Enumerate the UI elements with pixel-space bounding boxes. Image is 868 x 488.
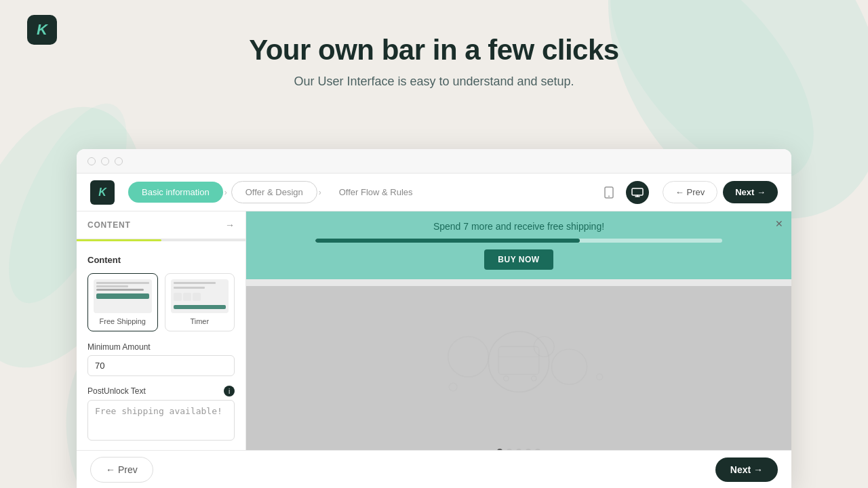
preview-bar: Spend 7 more and receive free shipping! …: [246, 211, 791, 279]
step-offer-flow[interactable]: Offer Flow & Rules: [326, 182, 427, 203]
bottom-bar: ← Prev Next →: [77, 450, 791, 488]
svg-point-16: [532, 376, 536, 381]
prev-button-bottom[interactable]: ← Prev: [90, 457, 153, 483]
content-cards: Free Shipping: [87, 273, 235, 331]
prev-button-top[interactable]: ← Prev: [663, 181, 717, 203]
bar-message: Spend 7 more and receive free shipping!: [433, 221, 604, 232]
mobile-device-btn[interactable]: [597, 181, 620, 204]
buy-now-button[interactable]: BUY NOW: [484, 249, 553, 270]
left-panel: CONTENT → Content: [77, 211, 246, 488]
svg-point-15: [504, 376, 509, 381]
nav-bar: K Basic information › Offer & Design › O…: [77, 174, 791, 211]
preview-close-btn[interactable]: ✕: [772, 217, 786, 230]
hero-title: Your own bar in a few clicks: [0, 34, 868, 66]
timer-preview: [171, 279, 229, 313]
nav-logo: K: [90, 180, 115, 205]
svg-point-13: [597, 374, 603, 380]
chrome-dot-2: [101, 157, 109, 165]
next-button-top[interactable]: Next →: [723, 181, 778, 203]
window-chrome: [77, 149, 791, 174]
panel-header: CONTENT →: [77, 211, 245, 239]
step-arrow-1: ›: [224, 188, 227, 197]
min-amount-label: Minimum Amount: [87, 342, 151, 352]
svg-rect-7: [632, 188, 643, 195]
main-content: CONTENT → Content: [77, 211, 791, 488]
panel-header-arrow: →: [225, 220, 235, 230]
svg-point-12: [449, 383, 457, 391]
post-unlock-label: PostUnlock Text: [87, 386, 146, 396]
nav-buttons: ← Prev Next →: [663, 181, 778, 203]
hero-subtitle: Our User Interface is easy to understand…: [0, 75, 868, 89]
progress-line: [77, 239, 245, 241]
bar-progress-fill: [315, 239, 580, 243]
app-window: K Basic information › Offer & Design › O…: [77, 149, 791, 488]
free-shipping-card[interactable]: Free Shipping: [87, 273, 158, 331]
svg-point-8: [488, 331, 549, 392]
steps-nav: Basic information › Offer & Design › Off…: [128, 181, 584, 203]
timer-label: Timer: [190, 317, 209, 325]
chrome-dot-1: [87, 157, 96, 165]
hero-section: Your own bar in a few clicks Our User In…: [0, 34, 868, 89]
free-shipping-label: Free Shipping: [100, 317, 146, 325]
bar-progress-container: [315, 239, 722, 243]
right-preview: Spend 7 more and receive free shipping! …: [246, 211, 791, 488]
step-offer-design[interactable]: Offer & Design: [231, 181, 317, 203]
desktop-device-btn[interactable]: [626, 181, 649, 204]
timer-card[interactable]: Timer: [165, 273, 235, 331]
min-amount-group: Minimum Amount: [87, 342, 235, 376]
device-icons: [597, 181, 649, 204]
svg-point-6: [608, 195, 610, 197]
step-arrow-2: ›: [319, 188, 321, 197]
min-amount-input[interactable]: [87, 355, 235, 376]
svg-point-10: [551, 349, 587, 384]
progress-line-fill: [77, 239, 161, 241]
post-unlock-info-icon[interactable]: i: [224, 386, 235, 396]
chrome-dot-3: [115, 157, 123, 165]
post-unlock-textarea[interactable]: Free shipping available!: [87, 400, 235, 441]
svg-point-9: [448, 337, 489, 378]
post-unlock-group: PostUnlock Text i Free shipping availabl…: [87, 386, 235, 443]
panel-header-title: CONTENT: [87, 220, 131, 230]
next-button-bottom[interactable]: Next →: [715, 458, 778, 482]
free-shipping-preview: [94, 279, 152, 313]
svg-rect-14: [498, 346, 539, 374]
step-basic-info[interactable]: Basic information: [128, 182, 223, 203]
content-section-label: Content: [87, 255, 235, 265]
